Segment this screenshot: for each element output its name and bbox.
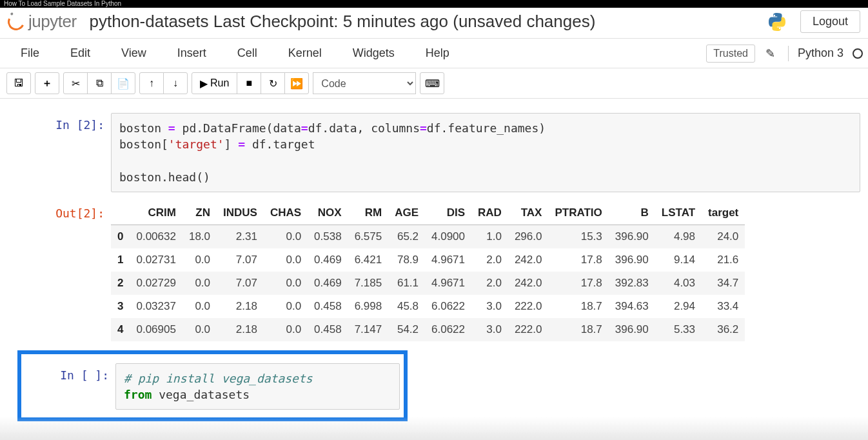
table-cell: 396.90 [609, 318, 655, 341]
notebook-title[interactable]: python-datasets Last Checkpoint: 5 minut… [90, 12, 767, 32]
kernel-status-icon [853, 48, 863, 59]
jupyter-logo[interactable]: jupyter [8, 12, 77, 32]
menu-file[interactable]: File [5, 40, 55, 66]
table-cell: 6.421 [348, 248, 389, 272]
menu-help[interactable]: Help [410, 40, 465, 66]
table-cell: 7.07 [217, 272, 264, 295]
cell-type-select[interactable]: Code [313, 72, 416, 94]
menu-kernel[interactable]: Kernel [273, 40, 337, 66]
table-cell: 2.31 [217, 225, 264, 248]
move-up-icon[interactable]: ↑ [139, 72, 164, 94]
table-cell: 2.18 [217, 295, 264, 318]
divider [788, 46, 789, 61]
table-cell: 6.575 [348, 225, 389, 248]
menu-edit[interactable]: Edit [55, 40, 106, 66]
code-input[interactable]: boston = pd.DataFrame(data=df.data, colu… [111, 113, 860, 192]
cut-icon[interactable]: ✂ [63, 72, 88, 94]
table-cell: 34.7 [702, 272, 745, 295]
table-header: target [702, 201, 745, 225]
table-cell: 0.469 [308, 248, 348, 272]
move-down-icon[interactable]: ↓ [163, 72, 188, 94]
in-prompt-empty: In [ ]: [25, 363, 115, 410]
interrupt-icon[interactable]: ■ [237, 72, 261, 94]
table-cell: 296.0 [508, 225, 549, 248]
table-cell: 0.0 [264, 248, 308, 272]
logo-text: jupyter [28, 12, 77, 32]
kernel-name[interactable]: Python 3 [798, 46, 846, 60]
table-cell: 222.0 [508, 295, 549, 318]
table-cell: 4.98 [655, 225, 702, 248]
table-cell: 2.18 [217, 318, 264, 341]
edit-icon[interactable]: ✎ [762, 46, 779, 61]
menu-widgets[interactable]: Widgets [337, 40, 410, 66]
table-row: 10.027310.07.070.00.4696.42178.94.96712.… [111, 248, 745, 272]
table-cell: 7.185 [348, 272, 389, 295]
table-cell: 4.03 [655, 272, 702, 295]
table-row: 00.0063218.02.310.00.5386.57565.24.09001… [111, 225, 745, 248]
copy-icon[interactable]: ⧉ [87, 72, 112, 94]
table-cell: 65.2 [388, 225, 425, 248]
table-header: RM [348, 201, 389, 225]
in-prompt: In [2]: [8, 113, 111, 192]
table-cell: 0.538 [308, 225, 348, 248]
table-cell: 0.03237 [130, 295, 182, 318]
table-cell: 3.0 [471, 295, 508, 318]
table-header: B [609, 201, 655, 225]
restart-icon[interactable]: ↻ [261, 72, 285, 94]
table-header: CHAS [264, 201, 308, 225]
table-cell: 33.4 [702, 295, 745, 318]
table-cell: 0.0 [182, 248, 217, 272]
header: jupyter python-datasets Last Checkpoint:… [0, 8, 868, 39]
cell-in-next[interactable]: In [ ]: # pip install vega_datasets from… [25, 363, 400, 410]
menu-insert[interactable]: Insert [162, 40, 222, 66]
table-cell: 0.0 [182, 272, 217, 295]
table-cell: 1.0 [471, 225, 508, 248]
table-index: 0 [111, 225, 130, 248]
table-index: 1 [111, 248, 130, 272]
table-row: 20.027290.07.070.00.4697.18561.14.96712.… [111, 272, 745, 295]
table-cell: 0.469 [308, 272, 348, 295]
menu-view[interactable]: View [106, 40, 162, 66]
table-index: 2 [111, 272, 130, 295]
table-cell: 0.0 [264, 295, 308, 318]
table-header: TAX [508, 201, 549, 225]
table-cell: 36.2 [702, 318, 745, 341]
out-prompt: Out[2]: [8, 201, 111, 341]
table-cell: 0.458 [308, 318, 348, 341]
table-cell: 21.6 [702, 248, 745, 272]
table-cell: 6.0622 [425, 318, 471, 341]
code-input-active[interactable]: # pip install vega_datasets from vega_da… [115, 363, 400, 410]
menubar: File Edit View Insert Cell Kernel Widget… [0, 39, 868, 68]
table-header: INDUS [217, 201, 264, 225]
menu-cell[interactable]: Cell [222, 40, 273, 66]
paste-icon[interactable]: 📄 [111, 72, 135, 94]
cell-in-2[interactable]: In [2]: boston = pd.DataFrame(data=df.da… [8, 113, 860, 192]
table-cell: 2.94 [655, 295, 702, 318]
table-cell: 17.8 [548, 248, 608, 272]
insert-below-icon[interactable]: ＋ [35, 72, 59, 94]
selected-cell-highlight: In [ ]: # pip install vega_datasets from… [17, 350, 408, 421]
cell-out-2: Out[2]: CRIMZNINDUSCHASNOXRMAGEDISRADTAX… [8, 201, 860, 341]
table-cell: 242.0 [508, 248, 549, 272]
table-cell: 0.0 [264, 225, 308, 248]
table-cell: 0.0 [182, 295, 217, 318]
table-header: RAD [471, 201, 508, 225]
table-cell: 18.7 [548, 295, 608, 318]
table-cell: 15.3 [548, 225, 608, 248]
command-palette-icon[interactable]: ⌨ [420, 72, 444, 94]
table-header: NOX [308, 201, 348, 225]
table-cell: 396.90 [609, 248, 655, 272]
table-header: CRIM [130, 201, 182, 225]
table-cell: 45.8 [388, 295, 425, 318]
trusted-badge[interactable]: Trusted [706, 45, 755, 63]
table-cell: 4.0900 [425, 225, 471, 248]
run-button[interactable]: ▶ Run [192, 72, 237, 94]
logout-button[interactable]: Logout [800, 10, 860, 33]
table-cell: 396.90 [609, 225, 655, 248]
table-cell: 9.14 [655, 248, 702, 272]
run-label: Run [210, 77, 229, 89]
toolbar: 🖫 ＋ ✂ ⧉ 📄 ↑ ↓ ▶ Run ■ ↻ ⏩ Code ⌨ [0, 68, 868, 99]
table-cell: 392.83 [609, 272, 655, 295]
restart-run-all-icon[interactable]: ⏩ [284, 72, 309, 94]
save-icon[interactable]: 🖫 [6, 72, 31, 94]
